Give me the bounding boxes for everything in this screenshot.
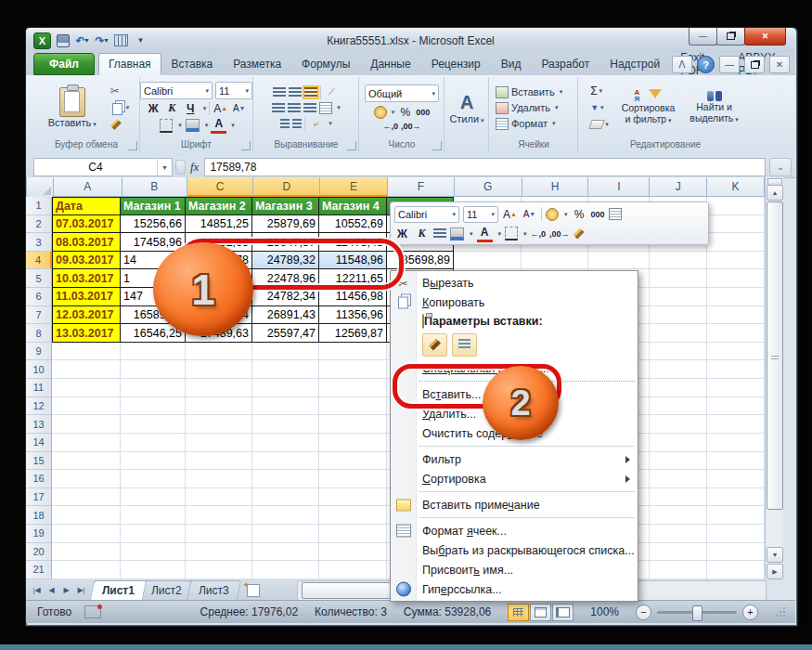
- column-header-F[interactable]: F: [388, 177, 455, 197]
- cell-E9[interactable]: [319, 343, 387, 361]
- font-size-combo[interactable]: 11▾: [215, 82, 252, 99]
- tab-формулы[interactable]: Формулы: [291, 53, 360, 75]
- restore-button[interactable]: [716, 28, 745, 46]
- column-header-K[interactable]: K: [707, 177, 765, 197]
- cell-B19[interactable]: [121, 525, 186, 543]
- font-name-combo[interactable]: Calibri▾: [140, 82, 213, 99]
- row-header-2[interactable]: 2: [26, 215, 52, 234]
- italic-button[interactable]: К: [164, 101, 180, 115]
- merge-center-icon[interactable]: [319, 102, 332, 114]
- mini-grow-font-button[interactable]: А▲: [502, 207, 518, 221]
- cell-E12[interactable]: [319, 397, 387, 416]
- cell-D11[interactable]: [252, 379, 319, 397]
- cell-D1[interactable]: Магазин 3: [252, 197, 319, 215]
- cell-B12[interactable]: [121, 397, 186, 416]
- zoom-track[interactable]: [657, 611, 737, 614]
- cell-J15[interactable]: [650, 452, 707, 471]
- tab-главная[interactable]: Главная: [98, 53, 161, 75]
- cell-D19[interactable]: [252, 525, 319, 543]
- dialog-launcher-icon[interactable]: [432, 141, 442, 150]
- cell-A2[interactable]: 07.03.2017: [52, 215, 121, 234]
- cell-E11[interactable]: [319, 379, 387, 397]
- cell-D9[interactable]: [252, 343, 319, 361]
- tab-file[interactable]: Файл: [33, 53, 95, 75]
- cell-E14[interactable]: [319, 434, 387, 452]
- row-header-6[interactable]: 6: [26, 288, 52, 306]
- column-header-D[interactable]: D: [253, 177, 320, 197]
- cell-K16[interactable]: [707, 470, 765, 488]
- format-cells-button[interactable]: Формат▾: [496, 116, 556, 132]
- cell-J9[interactable]: [650, 343, 707, 361]
- cell-B20[interactable]: [121, 543, 186, 562]
- accounting-format-icon[interactable]: [374, 106, 387, 119]
- row-header-21[interactable]: 21: [26, 561, 52, 579]
- cell-J5[interactable]: [650, 269, 707, 288]
- borders-button[interactable]: [158, 119, 174, 133]
- sheet-tab-лист3[interactable]: Лист3: [187, 580, 241, 600]
- cell-J12[interactable]: [650, 397, 707, 416]
- align-left-icon[interactable]: [272, 103, 285, 113]
- cell-J21[interactable]: [650, 561, 707, 579]
- menu-item-copy[interactable]: Копировать: [391, 292, 638, 312]
- cell-K14[interactable]: [707, 434, 765, 452]
- cell-K9[interactable]: [707, 343, 765, 361]
- cell-A5[interactable]: 10.03.2017: [52, 269, 121, 288]
- paste-values-button[interactable]: [452, 333, 477, 357]
- row-header-13[interactable]: 13: [26, 415, 52, 434]
- percent-style-button[interactable]: %: [397, 105, 413, 119]
- cell-A8[interactable]: 13.03.2017: [52, 324, 121, 343]
- close-button[interactable]: ✕: [744, 28, 786, 46]
- cell-E19[interactable]: [319, 525, 387, 543]
- cell-B11[interactable]: [121, 379, 186, 397]
- scroll-down-icon[interactable]: ▼: [767, 547, 783, 563]
- select-all-corner[interactable]: [26, 177, 54, 198]
- paste-keep-formatting-button[interactable]: [422, 333, 447, 357]
- mini-bold-button[interactable]: Ж: [394, 227, 410, 240]
- cell-K15[interactable]: [707, 452, 765, 471]
- row-header-3[interactable]: 3: [26, 233, 52, 252]
- cell-B10[interactable]: [121, 360, 186, 379]
- cell-A9[interactable]: [52, 343, 121, 361]
- cell-A21[interactable]: [52, 561, 121, 579]
- cell-C11[interactable]: [186, 379, 252, 397]
- cell-A13[interactable]: [52, 415, 121, 434]
- autosum-button[interactable]: Σ▾: [588, 84, 611, 98]
- cell-A7[interactable]: 12.03.2017: [52, 306, 121, 325]
- mini-font-color-button[interactable]: А: [477, 226, 493, 242]
- sheet-tab-лист1[interactable]: Лист1: [90, 580, 147, 600]
- cell-K13[interactable]: [707, 415, 765, 434]
- align-right-icon[interactable]: [303, 103, 316, 113]
- mini-center-icon[interactable]: [433, 228, 446, 239]
- name-box-dropdown-icon[interactable]: ▼: [157, 159, 172, 176]
- cell-A10[interactable]: [52, 360, 121, 379]
- menu-item-hyperlink[interactable]: Гиперссылка...: [391, 579, 638, 599]
- insert-worksheet-icon[interactable]: ✦: [243, 582, 264, 597]
- cell-K8[interactable]: [707, 324, 765, 343]
- wrap-text-button[interactable]: ⤶: [308, 117, 324, 131]
- cell-D15[interactable]: [252, 452, 319, 471]
- styles-button[interactable]: Стили▾: [449, 113, 483, 124]
- cell-A4[interactable]: 09.03.2017: [52, 252, 121, 270]
- cell-D21[interactable]: [252, 561, 319, 579]
- cell-K12[interactable]: [707, 397, 765, 416]
- font-color-button[interactable]: А: [211, 117, 226, 134]
- cell-E16[interactable]: [319, 470, 387, 488]
- cell-G4[interactable]: [454, 252, 522, 270]
- cell-J14[interactable]: [650, 434, 707, 452]
- number-format-combo[interactable]: Общий▾: [365, 84, 439, 102]
- cell-D14[interactable]: [252, 434, 319, 452]
- cell-K20[interactable]: [707, 543, 765, 562]
- cell-A14[interactable]: [52, 434, 121, 452]
- dialog-launcher-icon[interactable]: [128, 141, 137, 150]
- align-center-icon[interactable]: [288, 103, 301, 113]
- cell-C12[interactable]: [186, 397, 252, 416]
- last-sheet-icon[interactable]: ▶|: [74, 583, 88, 597]
- cell-E1[interactable]: Магазин 4: [319, 197, 387, 215]
- sort-filter-button[interactable]: АЯ Сортировкаи фильтр▾: [618, 89, 679, 126]
- mini-format-painter-icon[interactable]: [574, 228, 585, 240]
- tab-вид[interactable]: Вид: [491, 53, 532, 75]
- normal-view-button[interactable]: [508, 604, 529, 621]
- cell-C14[interactable]: [186, 434, 252, 452]
- cell-A11[interactable]: [52, 379, 121, 397]
- cell-E10[interactable]: [319, 360, 387, 379]
